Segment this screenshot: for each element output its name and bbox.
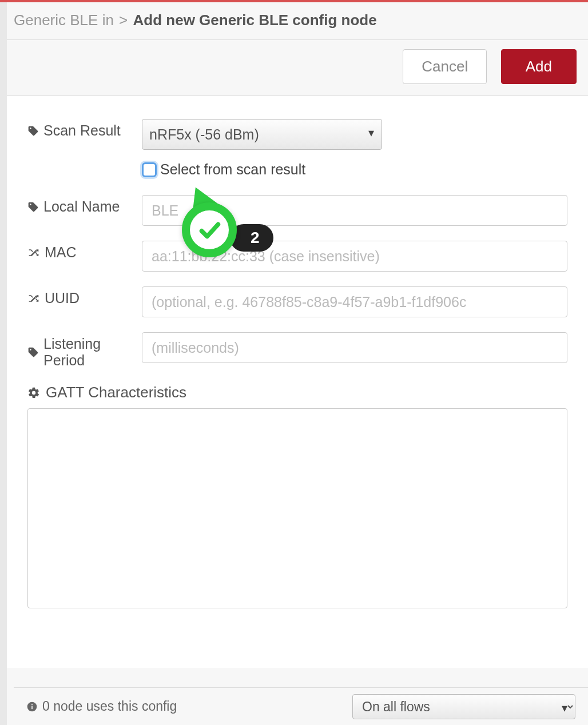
row-uuid: UUID [27,286,567,317]
label-uuid-text: UUID [45,290,80,306]
breadcrumb: Generic BLE in > Add new Generic BLE con… [7,2,588,40]
gear-icon [27,387,40,399]
svg-rect-1 [31,706,33,709]
scan-result-select[interactable]: nRF5x (-56 dBm) [142,119,382,150]
gatt-characteristics-box[interactable] [27,408,567,608]
breadcrumb-separator: > [119,11,128,29]
label-listening-period-text: Listening Period [43,336,142,369]
label-scan-result: Scan Result [27,119,142,139]
action-bar: Cancel Add [7,40,588,96]
label-mac-text: MAC [45,244,77,261]
svg-point-2 [31,703,33,704]
select-from-scan-checkbox[interactable] [142,162,157,177]
footer-usage: 0 node uses this config [26,699,177,714]
row-select-from-scan: Select from scan result [142,161,567,178]
step-badge: 2 [182,202,237,257]
shuffle-icon [27,293,40,304]
row-listening-period: Listening Period [27,332,567,369]
tag-icon [27,346,39,358]
label-listening-period: Listening Period [27,332,142,369]
shuffle-icon [27,247,40,258]
row-scan-result: Scan Result nRF5x (-56 dBm) [27,119,567,150]
add-button[interactable]: Add [501,49,577,84]
select-from-scan-label: Select from scan result [160,161,305,178]
label-local-name: Local Name [27,195,142,215]
form-area: Scan Result nRF5x (-56 dBm) Select from … [7,96,588,668]
label-scan-result-text: Scan Result [43,122,121,139]
row-local-name: Local Name [27,195,567,226]
scope-select[interactable]: On all flows [352,694,575,719]
label-uuid: UUID [27,286,142,306]
config-panel: Generic BLE in > Add new Generic BLE con… [0,2,588,725]
step-number: 2 [230,224,273,252]
label-gatt: GATT Characteristics [27,384,567,401]
uuid-input[interactable] [142,286,567,317]
label-local-name-text: Local Name [43,198,120,215]
label-mac: MAC [27,241,142,261]
cancel-button[interactable]: Cancel [403,49,487,84]
footer-bar: 0 node uses this config On all flows [14,687,588,725]
label-gatt-text: GATT Characteristics [46,384,186,401]
breadcrumb-current: Add new Generic BLE config node [133,11,377,29]
listening-period-input[interactable] [142,332,567,363]
tag-icon [27,125,39,137]
check-icon [196,217,223,243]
row-mac: MAC [27,241,567,272]
info-icon [26,701,38,712]
footer-usage-text: 0 node uses this config [42,699,177,714]
tag-icon [27,201,39,213]
breadcrumb-parent[interactable]: Generic BLE in [14,11,114,29]
